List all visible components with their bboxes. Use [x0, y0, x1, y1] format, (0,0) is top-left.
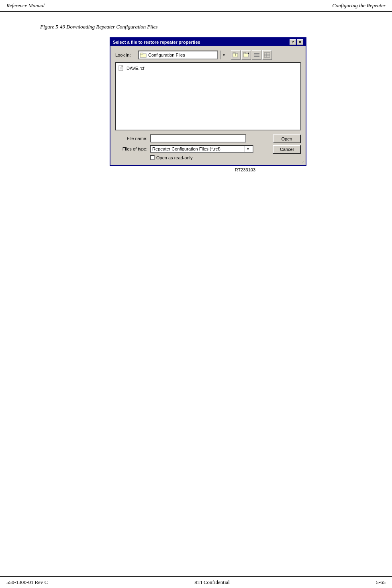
page-content: Figure 5-49 Downloading Repeater Configu…: [0, 12, 392, 184]
header-left: Reference Manual: [6, 2, 45, 9]
filetype-arrow[interactable]: ▼: [245, 146, 251, 152]
lookin-value: Configuration Files: [148, 53, 216, 57]
cancel-button[interactable]: Cancel: [273, 145, 301, 154]
svg-rect-1: [140, 53, 143, 54]
dialog-body: Look in: Configuration Files ▼: [110, 46, 306, 165]
svg-rect-10: [254, 56, 259, 57]
list-view-button[interactable]: [252, 50, 261, 60]
dialog-wrapper: Select a file to restore repeater proper…: [40, 37, 376, 166]
filetype-row: Files of type: Repeater Configuration Fi…: [115, 145, 268, 153]
details-view-button[interactable]: [262, 50, 272, 60]
footer-left: 550-1300-01 Rev C: [6, 579, 48, 586]
file-open-dialog: Select a file to restore repeater proper…: [110, 37, 306, 166]
svg-text:↑: ↑: [235, 53, 236, 57]
lookin-dropdown[interactable]: Configuration Files: [138, 51, 218, 59]
page-header: Reference Manual Configuring the Repeate…: [0, 0, 392, 12]
dialog-title: Select a file to restore repeater proper…: [113, 40, 290, 45]
filetype-select[interactable]: Repeater Configuration Files (*.rcf) ▼: [150, 145, 253, 153]
form-with-buttons: File name: Files of type: Repeater Confi…: [115, 134, 301, 160]
svg-text:*: *: [248, 52, 249, 56]
resize-grip[interactable]: ⟋: [300, 159, 306, 165]
filename-row: File name:: [115, 134, 268, 142]
toolbar-buttons: ↑ *: [231, 50, 272, 60]
readonly-checkbox[interactable]: [150, 155, 155, 160]
up-folder-button[interactable]: ↑: [231, 50, 241, 60]
action-buttons: Open Cancel: [273, 134, 301, 154]
readonly-label: Open as read-only: [156, 155, 193, 160]
file-list[interactable]: DAVE.rcf: [115, 62, 301, 130]
file-item[interactable]: DAVE.rcf: [118, 65, 298, 72]
help-button[interactable]: ?: [290, 39, 296, 45]
page-footer: 550-1300-01 Rev C RTI Confidential 5-65: [0, 576, 392, 588]
lookin-row: Look in: Configuration Files ▼: [115, 50, 301, 60]
close-button[interactable]: ✕: [297, 39, 303, 45]
lookin-dropdown-arrow[interactable]: ▼: [220, 51, 227, 59]
figure-caption: Figure 5-49 Downloading Repeater Configu…: [40, 24, 376, 30]
form-fields: File name: Files of type: Repeater Confi…: [115, 134, 268, 160]
open-button[interactable]: Open: [273, 134, 301, 143]
svg-rect-11: [264, 53, 270, 57]
footer-right: 5-65: [376, 579, 386, 586]
svg-rect-8: [254, 53, 259, 54]
file-name: DAVE.rcf: [127, 66, 144, 71]
svg-rect-9: [254, 55, 259, 55]
svg-rect-6: [243, 53, 246, 54]
filetype-value: Repeater Configuration Files (*.rcf): [152, 146, 245, 151]
titlebar-buttons: ? ✕: [290, 39, 303, 45]
folder-icon: [140, 52, 147, 58]
filename-input[interactable]: [150, 134, 246, 142]
dialog-titlebar: Select a file to restore repeater proper…: [110, 38, 306, 46]
lookin-label: Look in:: [115, 53, 135, 57]
ref-number: RT233103: [40, 167, 257, 172]
filetype-label: Files of type:: [115, 146, 147, 151]
new-folder-button[interactable]: *: [241, 50, 251, 60]
header-right: Configuring the Repeater: [332, 2, 386, 9]
filename-label: File name:: [115, 136, 147, 141]
readonly-row: Open as read-only: [150, 155, 268, 160]
file-icon: [118, 65, 125, 71]
footer-center: RTI Confidential: [194, 579, 230, 586]
